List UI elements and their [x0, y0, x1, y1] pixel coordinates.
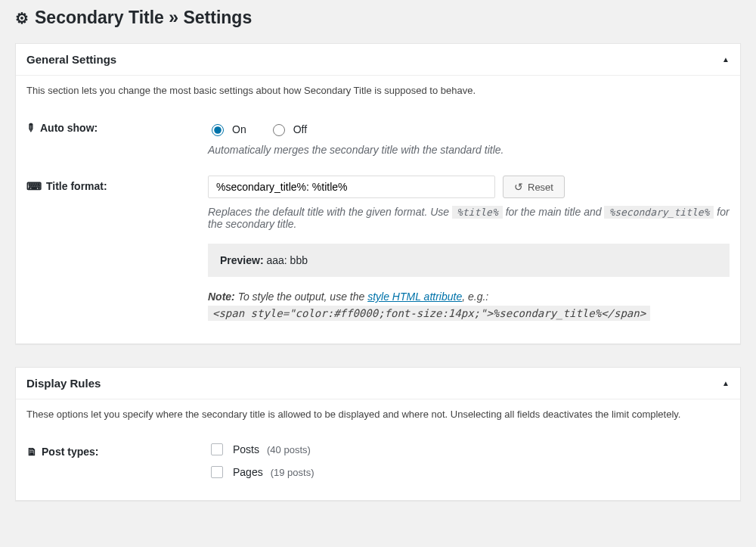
- section-display-heading: Display Rules: [26, 377, 101, 390]
- note-line: Note: To style the output, use the style…: [208, 291, 730, 321]
- auto-show-off-option[interactable]: Off: [269, 122, 307, 136]
- wand-icon: [26, 122, 36, 134]
- preview-box: Preview: aaa: bbb: [208, 244, 730, 277]
- code-secondary-placeholder: %secondary_title%: [604, 206, 714, 219]
- page-title: Secondary Title » Settings: [15, 8, 741, 28]
- section-general-desc: This section lets you change the most ba…: [26, 85, 730, 96]
- post-type-pages-checkbox[interactable]: [211, 466, 223, 478]
- reset-icon: [514, 181, 523, 193]
- auto-show-on-text: On: [232, 123, 246, 135]
- style-attribute-link[interactable]: style HTML attribute: [367, 291, 462, 303]
- auto-show-on-option[interactable]: On: [208, 122, 246, 136]
- note-text-post: , e.g.:: [462, 291, 488, 303]
- collapse-icon[interactable]: ▲: [722, 55, 730, 64]
- section-general-heading: General Settings: [26, 53, 116, 66]
- section-display: Display Rules ▲ These options let you sp…: [15, 367, 741, 501]
- post-type-pages-name: Pages: [233, 466, 263, 478]
- note-code-example: <span style="color:#ff0000;font-size:14p…: [208, 306, 650, 321]
- collapse-icon[interactable]: ▲: [722, 379, 730, 387]
- page-title-separator: »: [169, 8, 178, 27]
- auto-show-desc: Automatically merges the secondary title…: [208, 144, 730, 156]
- title-format-desc-p1: Replaces the default title with the give…: [208, 206, 452, 218]
- page-title-prefix: Secondary Title: [35, 8, 164, 27]
- title-format-desc: Replaces the default title with the give…: [208, 206, 730, 230]
- auto-show-off-radio[interactable]: [273, 124, 285, 136]
- row-title-format: Title format: Reset Replaces the default…: [26, 176, 730, 321]
- post-type-pages-count: (19 posts): [271, 467, 314, 478]
- gear-icon: [15, 8, 29, 28]
- page-title-suffix: Settings: [183, 8, 252, 27]
- post-type-posts-count: (40 posts): [267, 444, 311, 455]
- title-format-label: Title format:: [46, 180, 107, 192]
- auto-show-label: Auto show:: [40, 122, 98, 134]
- row-post-types: Post types: Posts (40 posts) Pages (19 p…: [26, 441, 730, 486]
- post-type-posts[interactable]: Posts (40 posts): [208, 441, 730, 458]
- section-general-header[interactable]: General Settings ▲: [16, 44, 740, 76]
- preview-value: aaa: bbb: [264, 254, 308, 266]
- document-icon: [26, 446, 37, 458]
- post-type-posts-checkbox[interactable]: [211, 443, 223, 455]
- reset-button[interactable]: Reset: [503, 176, 565, 198]
- section-general: General Settings ▲ This section lets you…: [15, 43, 741, 344]
- reset-button-label: Reset: [528, 182, 553, 193]
- code-title-placeholder: %title%: [452, 206, 503, 219]
- auto-show-off-text: Off: [293, 123, 307, 135]
- section-display-header[interactable]: Display Rules ▲: [16, 368, 740, 399]
- post-type-posts-name: Posts: [233, 443, 259, 455]
- title-format-desc-p2: for the main title and: [506, 206, 605, 218]
- preview-label: Preview:: [220, 254, 264, 266]
- keyboard-icon: [26, 180, 42, 192]
- post-types-label: Post types:: [42, 446, 98, 458]
- note-text-pre: To style the output, use the: [238, 291, 368, 303]
- row-auto-show: Auto show: On Off Automatically merges t: [26, 117, 730, 156]
- note-label: Note:: [208, 291, 235, 303]
- section-display-desc: These options let you specify where the …: [26, 409, 730, 420]
- auto-show-on-radio[interactable]: [212, 124, 224, 136]
- post-type-pages[interactable]: Pages (19 posts): [208, 464, 730, 480]
- title-format-input[interactable]: [208, 176, 495, 198]
